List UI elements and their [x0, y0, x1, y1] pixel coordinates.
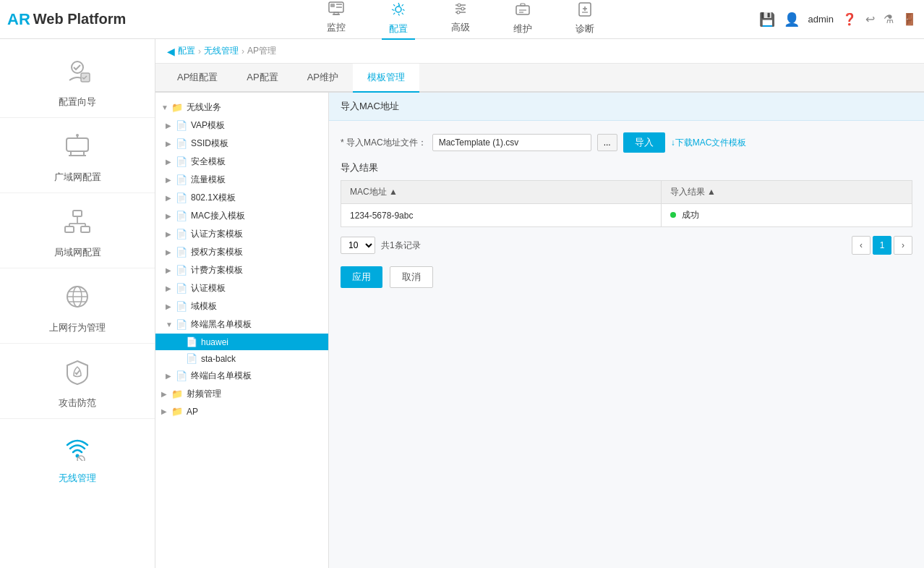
admin-name: admin: [808, 14, 834, 25]
mac-file-input[interactable]: [432, 134, 591, 151]
tree-node-auth-template[interactable]: ▶ 📄 认证模板: [155, 279, 328, 297]
main-layout: 配置向导 广域网配置 局域网配置 上网行为管理: [0, 39, 924, 568]
tree-node-blacklist[interactable]: ▼ 📄 终端黑名单模板: [155, 315, 328, 334]
tree-node-auth-scheme[interactable]: ▶ 📄 认证方案模板: [155, 225, 328, 243]
svg-line-43: [79, 457, 83, 461]
tree-node-vap[interactable]: ▶ 📄 VAP模板: [155, 116, 328, 135]
expand-icon: ▶: [166, 212, 176, 220]
section-body: * 导入MAC地址文件： ... 导入 ↓下载MAC文件模板 导入结果 MAC地…: [329, 121, 924, 300]
tree-label: 无线业务: [187, 101, 221, 114]
tab-ap-maintain[interactable]: AP维护: [293, 64, 353, 93]
download-template-button[interactable]: ↓下载MAC文件模板: [671, 137, 747, 149]
tree-node-domain[interactable]: ▶ 📄 域模板: [155, 297, 328, 315]
logo-ar: AR: [7, 10, 30, 29]
save-icon[interactable]: 💾: [759, 12, 775, 27]
import-button[interactable]: 导入: [623, 132, 665, 153]
breadcrumb-ap-mgmt: AP管理: [247, 45, 276, 57]
logout-icon[interactable]: 🚪: [902, 12, 917, 26]
svg-rect-23: [67, 138, 88, 151]
tab-ap-group[interactable]: AP组配置: [163, 64, 232, 93]
svg-point-11: [461, 7, 464, 10]
apply-button[interactable]: 应用: [341, 266, 382, 288]
sidebar-item-wan[interactable]: 广域网配置: [0, 122, 155, 193]
expand-icon: ▶: [166, 248, 176, 256]
file-icon: 📄: [176, 174, 189, 185]
two-panel: ▼ 📁 无线业务 ▶ 📄 VAP模板 ▶ 📄 SSID模板: [155, 93, 924, 568]
status-text: 成功: [682, 210, 699, 220]
wireless-icon: [64, 433, 91, 467]
file-icon: 📄: [176, 138, 189, 149]
nav-maintain[interactable]: 维护: [506, 0, 539, 40]
sidebar-item-wireless-mgmt[interactable]: 无线管理: [0, 423, 155, 493]
expand-icon: ▶: [166, 194, 176, 202]
tree-node-ap[interactable]: ▶ 📁 AP: [155, 403, 328, 420]
page-1-button[interactable]: 1: [873, 236, 891, 255]
file-icon: 📄: [176, 192, 189, 203]
breadcrumb-arrow: ◀: [167, 46, 175, 57]
import-result-title: 导入结果: [341, 161, 912, 174]
breadcrumb-config[interactable]: 配置: [178, 45, 195, 57]
tree-label: 流量模板: [191, 174, 226, 186]
svg-point-6: [395, 7, 401, 12]
breadcrumb-wireless[interactable]: 无线管理: [204, 45, 239, 57]
sidebar-item-config-wizard[interactable]: 配置向导: [0, 46, 155, 118]
tree-label: 安全模板: [191, 156, 226, 168]
tree-node-huawei[interactable]: 📄 huawei: [155, 334, 328, 350]
tree-label: 802.1X模板: [191, 192, 236, 204]
cell-status: 成功: [661, 204, 912, 227]
tree-node-whitelist[interactable]: ▶ 📄 终端白名单模板: [155, 367, 328, 385]
tree-label: 认证方案模板: [191, 228, 243, 240]
tab-template-mgmt[interactable]: 模板管理: [353, 64, 419, 93]
tree-node-mac-access[interactable]: ▶ 📄 MAC接入模板: [155, 207, 328, 225]
sidebar-item-internet-mgmt[interactable]: 上网行为管理: [0, 272, 155, 344]
tree-node-dot1x[interactable]: ▶ 📄 802.1X模板: [155, 189, 328, 207]
page-next-button[interactable]: ›: [894, 236, 912, 255]
tree-node-ssid[interactable]: ▶ 📄 SSID模板: [155, 135, 328, 153]
table-row: 1234-5678-9abc 成功: [341, 204, 912, 227]
filter-icon[interactable]: ⚗: [884, 12, 894, 26]
tab-ap-config[interactable]: AP配置: [232, 64, 292, 93]
nav-monitor[interactable]: 监控: [320, 0, 353, 40]
tree-node-flow[interactable]: ▶ 📄 流量模板: [155, 171, 328, 189]
action-buttons: 应用 取消: [341, 266, 912, 288]
browse-button[interactable]: ...: [597, 134, 617, 151]
tree-node-auth-policy[interactable]: ▶ 📄 授权方案模板: [155, 243, 328, 261]
nav-advanced[interactable]: 高级: [444, 0, 477, 40]
folder-icon: 📁: [171, 406, 184, 417]
svg-rect-14: [521, 4, 525, 6]
tree-node-radio-mgmt[interactable]: ▶ 📁 射频管理: [155, 385, 328, 403]
tree-label: AP: [187, 407, 198, 417]
top-header: AR Web Platform 监控 配置 高级: [0, 0, 924, 39]
help-icon[interactable]: ❓: [842, 12, 857, 26]
tree-label: MAC接入模板: [191, 210, 245, 222]
nav-advanced-label: 高级: [451, 21, 470, 34]
expand-icon: ▶: [166, 158, 176, 166]
back-icon[interactable]: ↩: [865, 12, 875, 26]
shield-icon: [64, 358, 91, 392]
tree-node-billing[interactable]: ▶ 📄 计费方案模板: [155, 261, 328, 279]
sidebar-wan-label: 广域网配置: [54, 171, 101, 184]
cancel-button[interactable]: 取消: [390, 266, 433, 288]
sidebar-internet-label: 上网行为管理: [49, 321, 106, 334]
nav-diagnose[interactable]: 诊断: [568, 0, 602, 40]
breadcrumb-sep1: ›: [198, 46, 201, 56]
file-icon: 📄: [176, 156, 189, 167]
page-prev-button[interactable]: ‹: [852, 236, 870, 255]
tree-node-security[interactable]: ▶ 📄 安全模板: [155, 153, 328, 171]
svg-rect-29: [73, 211, 82, 216]
sidebar-item-attack-defense[interactable]: 攻击防范: [0, 347, 155, 419]
svg-point-12: [457, 11, 460, 14]
user-icon[interactable]: 👤: [784, 12, 800, 27]
svg-rect-4: [336, 4, 342, 5]
page-size-select[interactable]: 10 20 50: [341, 237, 375, 254]
sidebar-item-lan[interactable]: 局域网配置: [0, 197, 155, 268]
tree-node-sta-balck[interactable]: 📄 sta-balck: [155, 350, 328, 367]
nav-config[interactable]: 配置: [382, 0, 415, 40]
top-nav: 监控 配置 高级 维护 诊断: [163, 0, 759, 40]
page-buttons: ‹ 1 ›: [852, 236, 912, 255]
sidebar-config-wizard-label: 配置向导: [59, 96, 96, 109]
tree-label: 授权方案模板: [191, 246, 243, 258]
tree-node-wireless-service[interactable]: ▼ 📁 无线业务: [155, 98, 328, 116]
sidebar-lan-label: 局域网配置: [54, 246, 101, 259]
col-mac: MAC地址 ▲: [341, 181, 662, 204]
